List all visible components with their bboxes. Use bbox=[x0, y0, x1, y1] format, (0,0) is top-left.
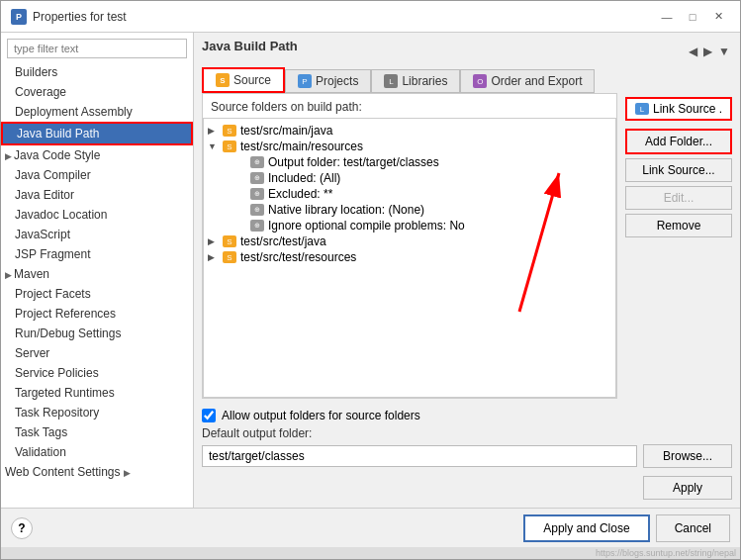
tree-node-excluded[interactable]: ⊕ Excluded: ** bbox=[208, 186, 611, 202]
tab-libraries-label: Libraries bbox=[402, 74, 447, 88]
bottom-section: Allow output folders for source folders … bbox=[202, 399, 732, 472]
title-bar: P Properties for test — □ ✕ bbox=[1, 1, 740, 33]
output-folder-input[interactable] bbox=[202, 445, 637, 467]
tree-node-included[interactable]: ⊕ Included: (All) bbox=[208, 170, 611, 186]
title-buttons: — □ ✕ bbox=[655, 7, 730, 27]
cancel-button[interactable]: Cancel bbox=[656, 514, 730, 542]
sidebar-item-task-tags[interactable]: Task Tags bbox=[1, 422, 193, 442]
src-folder-icon3: S bbox=[223, 235, 236, 247]
footer-left: ? bbox=[11, 517, 33, 539]
sidebar-item-jsp[interactable]: JSP Fragment bbox=[1, 244, 193, 264]
allow-output-label: Allow output folders for source folders bbox=[222, 409, 420, 422]
link-source-button[interactable]: Link Source... bbox=[625, 158, 732, 182]
sidebar-list: Builders Coverage Deployment Assembly Ja… bbox=[1, 62, 193, 508]
browse-button[interactable]: Browse... bbox=[643, 444, 732, 468]
close-button[interactable]: ✕ bbox=[706, 7, 730, 27]
sidebar-item-web-content[interactable]: Web Content Settings ▶ bbox=[1, 462, 193, 482]
tab-source[interactable]: S Source bbox=[202, 67, 285, 93]
sub-icon3: ⊕ bbox=[250, 188, 264, 200]
tree-node-excluded-label: Excluded: ** bbox=[268, 187, 332, 201]
add-folder-button[interactable]: Add Folder... bbox=[625, 129, 732, 154]
main-panel: Java Build Path ◀ ▶ ▼ S Source P Project… bbox=[194, 33, 740, 508]
projects-tab-icon: P bbox=[298, 74, 312, 88]
apply-close-button[interactable]: Apply and Close bbox=[523, 514, 649, 542]
tab-projects[interactable]: P Projects bbox=[285, 69, 371, 93]
sidebar: Builders Coverage Deployment Assembly Ja… bbox=[1, 33, 194, 508]
tree-node-main-java[interactable]: ▶ S test/src/main/java bbox=[208, 123, 611, 139]
sidebar-item-targeted-runtimes[interactable]: Targeted Runtimes bbox=[1, 383, 193, 403]
nav-back-button[interactable]: ◀ bbox=[687, 45, 699, 58]
edit-button[interactable]: Edit... bbox=[625, 186, 732, 210]
tree-node-test-resources[interactable]: ▶ S test/src/test/resources bbox=[208, 249, 611, 265]
allow-output-row: Allow output folders for source folders bbox=[202, 409, 732, 422]
src-folder-icon: S bbox=[223, 125, 236, 137]
sidebar-item-server[interactable]: Server bbox=[1, 343, 193, 363]
tree-node-ignore[interactable]: ⊕ Ignore optional compile problems: No bbox=[208, 218, 611, 233]
sidebar-item-run-debug[interactable]: Run/Debug Settings bbox=[1, 324, 193, 343]
source-panel: Source folders on build path: ▶ S test/s… bbox=[202, 93, 732, 399]
sidebar-item-java-code-style[interactable]: ▶Java Code Style bbox=[1, 145, 193, 165]
tab-order-label: Order and Export bbox=[491, 74, 582, 88]
order-tab-icon: O bbox=[473, 74, 487, 88]
sub-icon: ⊕ bbox=[250, 156, 264, 168]
sidebar-item-javadoc[interactable]: Javadoc Location bbox=[1, 205, 193, 225]
tree-node-native-label: Native library location: (None) bbox=[268, 203, 424, 217]
filter-input[interactable] bbox=[7, 39, 187, 58]
panel-title: Java Build Path bbox=[202, 39, 298, 57]
tab-order-export[interactable]: O Order and Export bbox=[460, 69, 595, 93]
sidebar-item-project-facets[interactable]: Project Facets bbox=[1, 284, 193, 304]
tree-node-included-label: Included: (All) bbox=[268, 171, 340, 185]
maximize-button[interactable]: □ bbox=[681, 7, 704, 27]
sidebar-item-project-references[interactable]: Project References bbox=[1, 304, 193, 324]
sidebar-item-java-editor[interactable]: Java Editor bbox=[1, 185, 193, 205]
src-folder-icon2: S bbox=[223, 140, 236, 152]
sub-icon2: ⊕ bbox=[250, 172, 264, 184]
sidebar-item-javascript[interactable]: JavaScript bbox=[1, 225, 193, 244]
window-icon: P bbox=[11, 9, 27, 25]
src-folder-icon4: S bbox=[223, 251, 236, 263]
tree-node-test-java[interactable]: ▶ S test/src/test/java bbox=[208, 233, 611, 249]
tabs-row: S Source P Projects L Libraries O Order … bbox=[202, 67, 732, 93]
tab-libraries[interactable]: L Libraries bbox=[371, 69, 460, 93]
minimize-button[interactable]: — bbox=[655, 7, 679, 27]
remove-button[interactable]: Remove bbox=[625, 214, 732, 237]
sidebar-item-service-policies[interactable]: Service Policies bbox=[1, 363, 193, 383]
tree-node-output-folder[interactable]: ⊕ Output folder: test/target/classes bbox=[208, 154, 611, 170]
tree-panel[interactable]: ▶ S test/src/main/java ▼ S test/src/main… bbox=[203, 118, 616, 398]
tree-node-output-label: Output folder: test/target/classes bbox=[268, 155, 439, 169]
sidebar-item-builders[interactable]: Builders bbox=[1, 62, 193, 82]
tree-node-ignore-label: Ignore optional compile problems: No bbox=[268, 219, 465, 233]
tree-node-native[interactable]: ⊕ Native library location: (None) bbox=[208, 202, 611, 218]
tree-node-test-resources-label: test/src/test/resources bbox=[240, 250, 356, 264]
tree-node-test-java-label: test/src/test/java bbox=[240, 234, 326, 248]
tab-projects-label: Projects bbox=[316, 74, 358, 88]
link-source-note: L Link Source . bbox=[625, 97, 732, 121]
sub-icon5: ⊕ bbox=[250, 220, 264, 232]
nav-forward-button[interactable]: ▶ bbox=[701, 45, 714, 58]
nav-dropdown-button[interactable]: ▼ bbox=[716, 45, 732, 58]
source-tab-icon: S bbox=[216, 73, 230, 87]
sidebar-item-task-repository[interactable]: Task Repository bbox=[1, 403, 193, 422]
apply-button[interactable]: Apply bbox=[643, 476, 732, 500]
allow-output-checkbox[interactable] bbox=[202, 409, 216, 422]
default-output-label: Default output folder: bbox=[202, 426, 732, 440]
source-label: Source folders on build path: bbox=[203, 94, 616, 118]
apply-row: Apply bbox=[202, 472, 732, 504]
title-bar-left: P Properties for test bbox=[11, 9, 127, 25]
sidebar-item-java-compiler[interactable]: Java Compiler bbox=[1, 165, 193, 185]
link-icon: L bbox=[635, 103, 649, 115]
sidebar-item-coverage[interactable]: Coverage bbox=[1, 82, 193, 102]
properties-window: P Properties for test — □ ✕ Builders Cov… bbox=[0, 0, 741, 560]
tree-node-label2: test/src/main/resources bbox=[240, 140, 363, 153]
footer-right: Apply and Close Cancel bbox=[523, 514, 730, 542]
tab-source-label: Source bbox=[233, 73, 271, 87]
help-button[interactable]: ? bbox=[11, 517, 33, 539]
sidebar-item-deployment[interactable]: Deployment Assembly bbox=[1, 102, 193, 122]
sidebar-item-maven[interactable]: ▶Maven bbox=[1, 264, 193, 284]
tree-node-main-resources[interactable]: ▼ S test/src/main/resources bbox=[208, 139, 611, 154]
sidebar-item-validation[interactable]: Validation bbox=[1, 442, 193, 462]
window-title: Properties for test bbox=[33, 10, 127, 24]
sub-icon4: ⊕ bbox=[250, 204, 264, 216]
right-buttons: L Link Source . Add Folder... Link Sourc… bbox=[617, 93, 732, 399]
sidebar-item-java-build-path[interactable]: Java Build Path bbox=[1, 122, 193, 145]
